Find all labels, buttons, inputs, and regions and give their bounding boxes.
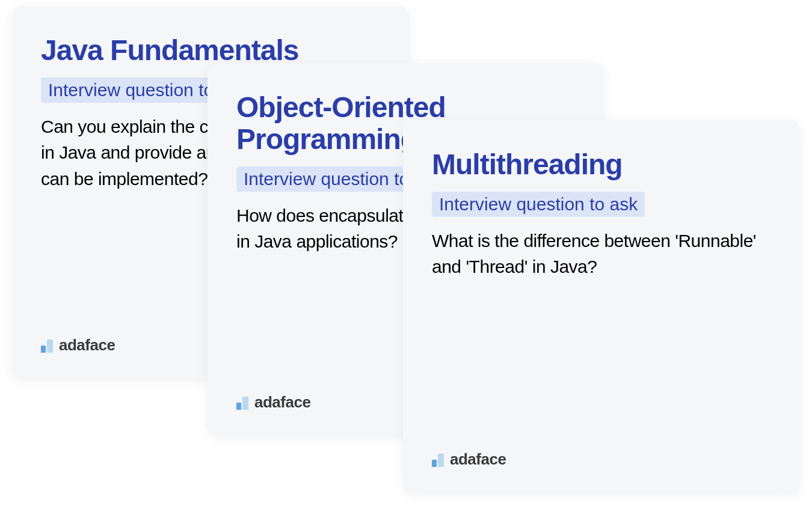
card-footer: adaface <box>432 450 506 469</box>
adaface-logo-icon <box>236 395 248 410</box>
brand-name: adaface <box>450 450 506 469</box>
card-title: Java Fundamentals <box>41 35 380 67</box>
card-title: Multithreading <box>432 149 771 181</box>
brand-name: adaface <box>59 336 115 355</box>
adaface-logo-icon <box>432 452 444 467</box>
card-badge: Interview question to ask <box>432 192 645 217</box>
brand-name: adaface <box>254 393 310 412</box>
card-footer: adaface <box>236 393 310 412</box>
card-footer: adaface <box>41 336 115 355</box>
adaface-logo-icon <box>41 338 53 353</box>
interview-card: Multithreading Interview question to ask… <box>403 120 800 493</box>
card-question: What is the difference between 'Runnable… <box>432 228 771 280</box>
